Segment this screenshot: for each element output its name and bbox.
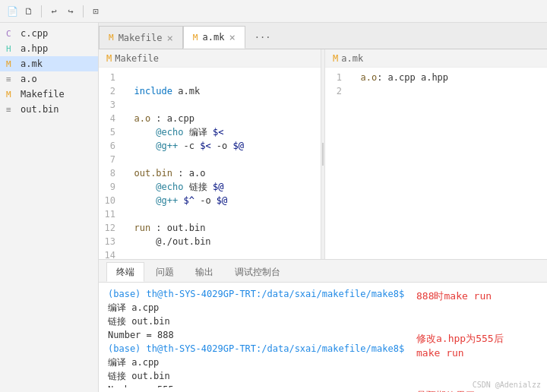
tab-bar: M Makefile × M a.mk × ··· — [99, 23, 547, 49]
pane-header-makefile: M Makefile — [99, 49, 321, 68]
code-line: 2 include a.mk — [99, 84, 321, 98]
panel-tab-terminal[interactable]: 终端 — [106, 262, 144, 282]
code-line: 6 @g++ -c $< -o $@ — [99, 139, 321, 153]
sidebar-item-label: a.o — [21, 74, 37, 84]
tab-amk[interactable]: M a.mk × — [183, 26, 245, 49]
panel-tab-debug[interactable]: 调试控制台 — [225, 262, 290, 282]
sidebar-item-amk[interactable]: M a.mk — [0, 56, 98, 71]
pane-icon-amk: M — [333, 53, 338, 64]
annotation-1: 888时make run — [416, 289, 538, 304]
annotation-3: 是预期效果了。 — [416, 388, 538, 393]
annotation-2-text: 修改a.hpp为555后make run — [416, 333, 504, 359]
annotation-2: 修改a.hpp为555后make run — [416, 331, 538, 361]
editor-pane-makefile: M Makefile 1 2 include a.mk — [99, 49, 321, 259]
pane-header-amk: M a.mk — [325, 49, 547, 68]
terminal-output[interactable]: (base) th@th-SYS-4029GP-TRT:/data/sxai/m… — [108, 287, 409, 387]
toolbar-icon-file[interactable]: 📄 — [6, 5, 18, 17]
tab-label-amk: a.mk — [202, 32, 224, 43]
tab-more-label: ··· — [255, 32, 271, 43]
editor-panes: M Makefile 1 2 include a.mk — [99, 49, 547, 259]
pane-title-makefile: Makefile — [115, 53, 159, 64]
code-line: 5 @echo 编译 $< — [99, 125, 321, 139]
terminal-annotations: 888时make run 修改a.hpp为555后make run 是预期效果了… — [416, 287, 538, 387]
terminal-line: 链接 out.bin — [108, 315, 409, 328]
code-line: 9 @echo 链接 $@ — [99, 180, 321, 194]
pane-title-amk: a.mk — [341, 53, 363, 64]
sidebar-item-makefile[interactable]: M Makefile — [0, 87, 98, 102]
panel-tab-debug-label: 调试控制台 — [235, 266, 280, 279]
file-icon-h: H — [6, 44, 17, 54]
code-line: 4 a.o : a.cpp — [99, 112, 321, 125]
file-icon-o: ≡ — [6, 74, 17, 84]
toolbar-icon-redo[interactable]: ↪ — [65, 5, 77, 17]
toolbar-icon-undo[interactable]: ↩ — [48, 5, 60, 17]
code-line: 12 run : out.bin — [99, 221, 321, 235]
file-explorer: C c.cpp H a.hpp M a.mk ≡ a.o M Makefile … — [0, 23, 99, 392]
file-icon-mk: M — [6, 59, 17, 69]
toolbar-separator-2 — [83, 5, 84, 17]
sidebar-item-label: out.bin — [21, 104, 59, 115]
code-line: 1 a.o: a.cpp a.hpp — [325, 71, 547, 84]
tab-icon-makefile: M — [109, 33, 114, 43]
tab-more[interactable]: ··· — [245, 26, 280, 49]
toolbar-icon-new[interactable]: 🗋 — [23, 5, 35, 17]
code-line: 14 — [99, 248, 321, 259]
editor-area: M Makefile × M a.mk × ··· M — [99, 23, 547, 392]
toolbar: 📄 🗋 ↩ ↪ ⊡ — [0, 0, 547, 23]
sidebar-item-label: a.hpp — [21, 43, 48, 54]
code-line: 3 — [99, 98, 321, 112]
terminal-content: (base) th@th-SYS-4029GP-TRT:/data/sxai/m… — [99, 283, 547, 392]
terminal-line: 链接 out.bin — [108, 369, 409, 383]
file-icon-bin: ≡ — [6, 105, 17, 115]
terminal-line: (base) th@th-SYS-4029GP-TRT:/data/sxai/m… — [108, 287, 409, 301]
code-line: 11 — [99, 207, 321, 221]
tab-close-amk[interactable]: × — [229, 32, 235, 43]
panel-tab-problems[interactable]: 问题 — [146, 262, 184, 282]
tab-icon-amk: M — [193, 33, 198, 43]
editor-pane-amk: M a.mk 1 a.o: a.cpp a.hpp 2 — [325, 49, 547, 259]
code-line: 1 — [99, 71, 321, 84]
terminal-line: Number = 555 — [108, 383, 409, 387]
sidebar-item-hpp[interactable]: H a.hpp — [0, 41, 98, 56]
panel-tab-problems-label: 问题 — [156, 266, 174, 279]
panel-tab-output-label: 输出 — [195, 266, 213, 279]
file-icon-mk-2: M — [6, 90, 17, 100]
panel-area: 终端 问题 输出 调试控制台 (base) th@th-SYS-4029GP-T… — [99, 259, 547, 392]
sidebar-item-outbin[interactable]: ≡ out.bin — [0, 102, 98, 117]
makefile-code[interactable]: 1 2 include a.mk 3 4 — [99, 68, 321, 259]
pane-icon-makefile: M — [106, 53, 112, 64]
code-line: 8 out.bin : a.o — [99, 166, 321, 180]
toolbar-icon-more[interactable]: ⊡ — [90, 5, 102, 17]
sidebar-item-label: a.mk — [21, 58, 43, 69]
panel-tab-terminal-label: 终端 — [116, 266, 134, 279]
sidebar-item-label: c.cpp — [21, 28, 48, 39]
tab-makefile[interactable]: M Makefile × — [99, 26, 183, 49]
panel-tabs: 终端 问题 输出 调试控制台 — [99, 260, 547, 283]
sidebar-item-ao[interactable]: ≡ a.o — [0, 71, 98, 87]
code-line: 13 @./out.bin — [99, 235, 321, 248]
tab-label-makefile: Makefile — [119, 33, 163, 43]
terminal-line: Number = 888 — [108, 328, 409, 342]
code-line: 7 — [99, 153, 321, 166]
terminal-line: 编译 a.cpp — [108, 301, 409, 315]
panel-tab-output[interactable]: 输出 — [185, 262, 223, 282]
toolbar-separator — [41, 5, 42, 17]
code-line: 10 @g++ $^ -o $@ — [99, 194, 321, 207]
amk-code[interactable]: 1 a.o: a.cpp a.hpp 2 — [325, 68, 547, 259]
sidebar-item-cpp[interactable]: C c.cpp — [0, 26, 98, 41]
code-line: 2 — [325, 84, 547, 98]
tab-close-makefile[interactable]: × — [166, 33, 172, 43]
terminal-line: 编译 a.cpp — [108, 356, 409, 369]
terminal-line: (base) th@th-SYS-4029GP-TRT:/data/sxai/m… — [108, 342, 409, 356]
file-icon-c: C — [6, 29, 17, 39]
editor-splitter[interactable] — [321, 49, 325, 259]
sidebar-item-label: Makefile — [21, 89, 65, 100]
